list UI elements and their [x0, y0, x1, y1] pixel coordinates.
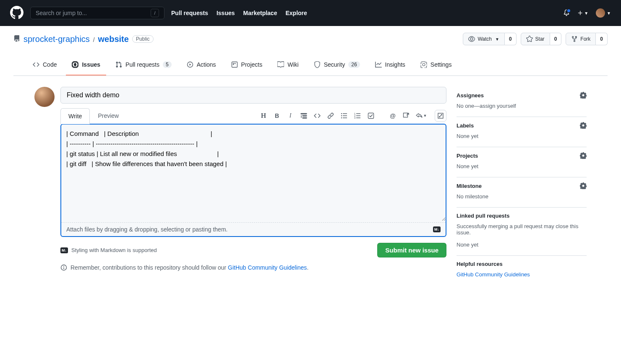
star-group: Star 0	[521, 33, 562, 45]
user-menu[interactable]: ▼	[596, 8, 611, 18]
issue-body-wrap: Attach files by dragging & dropping, sel…	[60, 124, 446, 237]
create-menu[interactable]: ▼	[577, 10, 588, 16]
search-placeholder: Search or jump to...	[36, 10, 87, 16]
guidelines-link[interactable]: GitHub Community Guidelines	[228, 264, 307, 271]
linked-body: None yet	[457, 242, 587, 248]
repo-icon	[13, 35, 20, 43]
visibility-badge: Public	[132, 35, 154, 43]
mention-icon[interactable]: @	[387, 110, 399, 122]
watch-group: Watch ▼ 0	[463, 33, 516, 45]
submit-button[interactable]: Submit new issue	[377, 243, 446, 257]
linked-desc: Successfully merging a pull request may …	[457, 223, 587, 236]
helpful-title: Helpful resources	[457, 261, 587, 267]
repo-header: sprocket-graphics / website Public Watch…	[0, 26, 621, 76]
gear-icon[interactable]	[580, 182, 587, 189]
labels-title: Labels	[457, 122, 474, 129]
svg-point-4	[341, 115, 342, 116]
watch-button[interactable]: Watch ▼	[463, 33, 504, 45]
code-icon[interactable]	[311, 110, 323, 122]
ul-icon[interactable]	[338, 110, 350, 122]
attach-hint[interactable]: Attach files by dragging & dropping, sel…	[61, 222, 446, 236]
milestone-body: No milestone	[457, 193, 587, 200]
author-avatar	[34, 87, 55, 107]
tab-settings[interactable]: Settings	[415, 57, 458, 75]
fork-button[interactable]: Fork	[566, 33, 596, 45]
sidebar: Assignees No one—assign yourself Labels …	[457, 87, 587, 285]
tab-actions[interactable]: Actions	[181, 57, 222, 75]
bold-icon[interactable]: B	[271, 110, 283, 122]
fullscreen-icon[interactable]	[435, 110, 446, 122]
italic-icon[interactable]: I	[284, 110, 296, 122]
svg-text:3: 3	[354, 117, 356, 119]
repo-tabs: Code Issues Pull requests5 Actions Proje…	[13, 54, 608, 76]
global-nav: Pull requests Issues Marketplace Explore	[171, 10, 307, 16]
user-actions: ▼ ▼	[563, 8, 611, 18]
repo-owner-link[interactable]: sprocket-graphics	[23, 34, 90, 44]
markdown-help[interactable]: M↓ Styling with Markdown is supported	[60, 247, 157, 253]
linked-title: Linked pull requests	[457, 213, 509, 219]
issue-composer: Write Preview H B I 123 @	[60, 87, 446, 285]
nav-marketplace[interactable]: Marketplace	[243, 10, 277, 16]
preview-tab[interactable]: Preview	[90, 108, 127, 124]
projects-body: None yet	[457, 163, 587, 169]
tab-wiki[interactable]: Wiki	[271, 57, 304, 75]
svg-point-13	[63, 266, 64, 267]
assignees-body[interactable]: No one—assign yourself	[457, 103, 587, 109]
quote-icon[interactable]	[298, 110, 310, 122]
star-button[interactable]: Star	[521, 33, 550, 45]
notifications-icon[interactable]	[563, 9, 570, 17]
write-tab[interactable]: Write	[60, 108, 90, 124]
labels-body: None yet	[457, 133, 587, 139]
issue-title-input[interactable]	[60, 87, 446, 104]
tab-security[interactable]: Security26	[308, 57, 366, 75]
markdown-icon: M↓	[60, 247, 68, 253]
svg-point-3	[341, 113, 342, 114]
fork-group: Fork 0	[566, 33, 608, 45]
issue-body-textarea[interactable]	[61, 125, 446, 221]
crossref-icon[interactable]	[400, 110, 412, 122]
tab-pulls[interactable]: Pull requests5	[110, 57, 177, 75]
watch-count[interactable]: 0	[505, 33, 517, 45]
helpful-link[interactable]: GitHub Community Guidelines	[457, 271, 530, 278]
tab-insights[interactable]: Insights	[369, 57, 411, 75]
global-search[interactable]: Search or jump to... /	[30, 7, 164, 19]
heading-icon[interactable]: H	[258, 110, 269, 122]
nav-issues[interactable]: Issues	[217, 10, 235, 16]
repo-breadcrumb: sprocket-graphics / website	[23, 34, 129, 44]
gear-icon[interactable]	[580, 92, 587, 99]
svg-rect-2	[232, 62, 237, 68]
gear-icon[interactable]	[580, 152, 587, 159]
tasklist-icon[interactable]	[365, 110, 377, 122]
github-logo[interactable]	[10, 6, 23, 21]
projects-title: Projects	[457, 153, 478, 159]
contrib-reminder: Remember, contributions to this reposito…	[60, 264, 446, 271]
avatar	[596, 8, 605, 18]
link-icon[interactable]	[325, 110, 337, 122]
markdown-icon[interactable]: M↓	[433, 226, 441, 232]
tab-projects[interactable]: Projects	[225, 57, 269, 75]
nav-explore[interactable]: Explore	[285, 10, 307, 16]
search-hotkey: /	[151, 9, 159, 17]
nav-pulls[interactable]: Pull requests	[171, 10, 208, 16]
assignees-title: Assignees	[457, 92, 484, 99]
fork-count[interactable]: 0	[596, 33, 608, 45]
gear-icon[interactable]	[580, 122, 587, 129]
reply-icon[interactable]: ▼	[414, 110, 429, 122]
svg-point-0	[74, 63, 76, 66]
repo-name-link[interactable]: website	[98, 34, 129, 44]
milestone-title: Milestone	[457, 183, 482, 189]
md-toolbar: H B I 123 @ ▼	[258, 110, 446, 122]
svg-point-5	[341, 117, 342, 118]
global-header: Search or jump to... / Pull requests Iss…	[0, 0, 621, 26]
tab-code[interactable]: Code	[27, 57, 63, 75]
ol-icon[interactable]: 123	[352, 110, 363, 122]
star-count[interactable]: 0	[550, 33, 562, 45]
svg-rect-9	[368, 113, 374, 119]
tab-issues[interactable]: Issues	[66, 57, 106, 75]
